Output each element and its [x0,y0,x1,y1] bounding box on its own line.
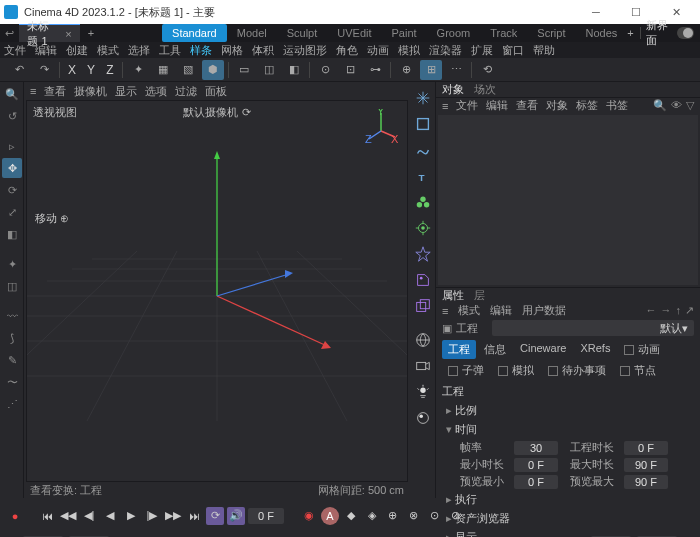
tab-objects[interactable]: 对象 [442,82,464,97]
goto-end-button[interactable]: ⏭ [185,507,203,525]
world-icon[interactable] [412,328,434,352]
key-s-button[interactable]: ⊗ [405,507,423,525]
knife-tool[interactable]: 〜 [2,372,22,392]
mode-paint[interactable]: Paint [382,24,427,42]
autokey-button[interactable]: ◉ [300,507,318,525]
om-filter-icon[interactable]: ▽ [686,99,694,112]
section-assets[interactable]: 资产浏览器 [436,509,700,528]
om-tags[interactable]: 标签 [576,98,598,113]
nav-fwd-icon[interactable]: → [661,304,672,317]
om-bookmarks[interactable]: 书签 [606,98,628,113]
menu-create[interactable]: 创建 [66,43,88,58]
axis-z-toggle[interactable]: Z [102,63,118,77]
sound-button[interactable]: 🔊 [227,507,245,525]
snap-grid-button[interactable]: ⊞ [420,60,442,80]
om-file[interactable]: 文件 [456,98,478,113]
am-edit[interactable]: 编辑 [490,303,512,318]
key-opts-button[interactable]: ◈ [363,507,381,525]
om-objects[interactable]: 对象 [546,98,568,113]
placement-button[interactable]: ⊕ [395,60,417,80]
next-key-button[interactable]: ▶▶ [164,507,182,525]
menu-edit[interactable]: 编辑 [35,43,57,58]
menu-file[interactable]: 文件 [4,43,26,58]
mode-sculpt[interactable]: Sculpt [277,24,328,42]
generator-icon[interactable] [412,190,434,214]
search-icon[interactable]: 🔍 [2,84,22,104]
document-tab[interactable]: 未标题 1 × [19,24,79,42]
play-button[interactable]: ▶ [122,507,140,525]
mode-nodes[interactable]: Nodes [575,24,627,42]
mode-groom[interactable]: Groom [427,24,481,42]
extrude-tool[interactable]: ⋰ [2,394,22,414]
add-tab-button[interactable]: + [80,24,102,42]
prevmin-input[interactable]: 0 F [514,475,558,489]
axis-y-toggle[interactable]: Y [83,63,99,77]
tab-bullet[interactable]: 子弹 [442,361,490,380]
menu-mesh[interactable]: 网格 [221,43,243,58]
play-back-button[interactable]: ◀ [101,507,119,525]
mode-model[interactable]: Model [227,24,277,42]
mode-standard[interactable]: Standard [162,24,227,42]
fps-input[interactable]: 30 [514,441,558,455]
current-frame-input[interactable]: 0 F [248,508,284,524]
light-icon[interactable] [412,380,434,404]
tab-layers[interactable]: 层 [474,288,485,303]
om-view[interactable]: 查看 [516,98,538,113]
am-userdata[interactable]: 用户数据 [522,303,566,318]
vp-menu-filter[interactable]: 过滤 [175,84,197,99]
section-exec[interactable]: 执行 [436,490,700,509]
add-layout-button[interactable]: + [627,27,633,39]
tag-icon[interactable] [412,268,434,292]
quantize-button[interactable]: ⋯ [445,60,467,80]
tab-attributes[interactable]: 属性 [442,288,464,303]
null-icon[interactable] [412,86,434,110]
field-icon[interactable] [412,242,434,266]
scale-tool[interactable]: ⤢ [2,202,22,222]
deformer-icon[interactable] [412,216,434,240]
key-r-button[interactable]: ⊙ [426,507,444,525]
menu-animate[interactable]: 动画 [367,43,389,58]
menu-mode[interactable]: 模式 [97,43,119,58]
mode-uvedit[interactable]: UVEdit [327,24,381,42]
tab-xrefs[interactable]: XRefs [574,340,616,359]
preset-dropdown[interactable]: 默认 ▾ [492,320,694,336]
snap-button[interactable]: ◫ [258,60,280,80]
tool1-button[interactable]: ⊙ [314,60,336,80]
undo-button[interactable]: ↶ [8,60,30,80]
menu-extensions[interactable]: 扩展 [471,43,493,58]
menu-volume[interactable]: 体积 [252,43,274,58]
menu-render[interactable]: 渲染器 [429,43,462,58]
keyframe-button[interactable]: ◆ [342,507,360,525]
tab-anim[interactable]: 动画 [618,340,666,359]
vp-menu-view[interactable]: 查看 [44,84,66,99]
goto-start-button[interactable]: ⏮ [38,507,56,525]
tool3-button[interactable]: ⊶ [364,60,386,80]
render-pv-button[interactable]: ▧ [177,60,199,80]
tab-todo[interactable]: 待办事项 [542,361,612,380]
key-all-button[interactable]: A [321,507,339,525]
close-tab-icon[interactable]: × [65,28,71,40]
camera-icon[interactable] [412,354,434,378]
nav-up-icon[interactable]: ↑ [676,304,682,317]
mode-script[interactable]: Script [527,24,575,42]
coord-system-button[interactable]: ✦ [127,60,149,80]
min-input[interactable]: 0 F [514,458,558,472]
tab-takes[interactable]: 场次 [474,82,496,97]
key-p-button[interactable]: ⊕ [384,507,402,525]
nav-ext-icon[interactable]: ↗ [685,304,694,317]
vp-menu-panel[interactable]: 面板 [205,84,227,99]
cube-icon[interactable] [412,112,434,136]
layout-name[interactable]: 新界面 [646,18,670,48]
render-settings-button[interactable]: ⬢ [202,60,224,80]
projlen-input[interactable]: 0 F [624,441,668,455]
menu-help[interactable]: 帮助 [533,43,555,58]
prevmax-input[interactable]: 90 F [624,475,668,489]
layout-toggle[interactable] [677,27,695,39]
workplane-button[interactable]: ◧ [283,60,305,80]
prev-key-button[interactable]: ◀◀ [59,507,77,525]
key-pla-button[interactable]: ⊘ [447,507,465,525]
brush-tool[interactable]: ✎ [2,350,22,370]
om-search-icon[interactable]: 🔍 [653,99,667,112]
section-time[interactable]: 时间 [436,420,700,439]
rect-select-tool[interactable]: ◫ [2,276,22,296]
